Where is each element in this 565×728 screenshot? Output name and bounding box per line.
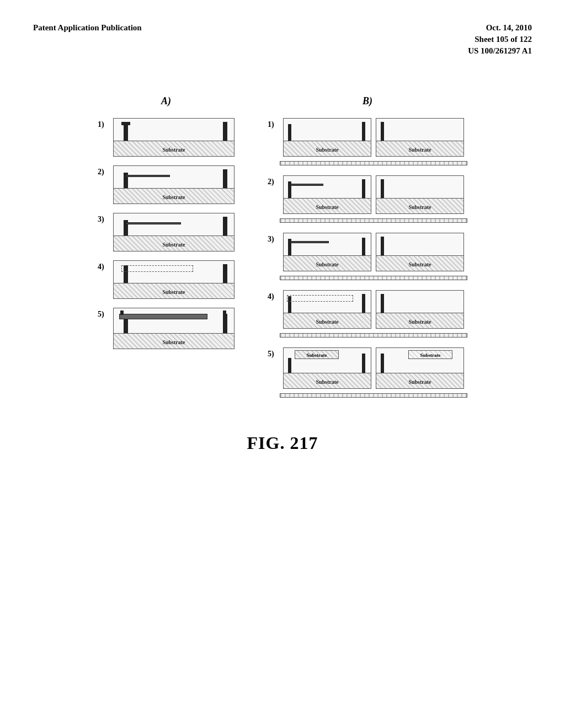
step-b4-row: 4) Substrate Substrate: [268, 290, 467, 329]
diagram-a5: Substrate: [113, 308, 234, 349]
step-a3-number: 3): [98, 213, 110, 224]
p-b5l-2: [362, 354, 365, 373]
p-b5r-1: [381, 354, 384, 373]
pillar-a1-top-left: [121, 122, 130, 125]
step-a2-row: 2) Substrate: [98, 165, 234, 204]
p-b4r-1: [381, 294, 384, 314]
header-left: Patent Application Publication: [33, 22, 142, 34]
sub-b3-left-label: Substrate: [316, 261, 338, 267]
diagram-b3-left: Substrate: [283, 233, 371, 271]
substrate-a4: Substrate: [114, 283, 234, 298]
step-b1-number: 1): [268, 118, 280, 129]
sub-b1-right: Substrate: [376, 141, 463, 156]
page-header: Patent Application Publication Oct. 14, …: [0, 0, 565, 68]
diagram-a2: Substrate: [113, 165, 234, 204]
column-a: A) 1) Substrate 2): [98, 95, 234, 400]
step-b2-number: 2): [268, 175, 280, 186]
floating-sub-b5r-label: Substrate: [420, 352, 440, 358]
p-b2l-2: [362, 179, 365, 199]
step-b5-number: 5): [268, 347, 280, 358]
publication-date: Oct. 14, 2010: [468, 22, 532, 34]
header-right: Oct. 14, 2010 Sheet 105 of 122 US 100/26…: [468, 22, 532, 57]
diagram-b4-right: Substrate: [376, 290, 464, 329]
layer-a2-h: [126, 175, 170, 177]
substrate-a5-label: Substrate: [162, 339, 185, 345]
sub-b5-left-label: Substrate: [316, 379, 338, 385]
sub-b2-right: Substrate: [376, 198, 463, 213]
p-b2r-1: [381, 179, 384, 199]
layer-b4l-dashed: [287, 295, 353, 302]
b1-wide-line: [280, 161, 467, 165]
publication-title: Patent Application Publication: [33, 22, 142, 34]
step-a1-number: 1): [98, 118, 110, 129]
pillar-a2-right: [223, 169, 227, 189]
layer-a3-h: [126, 222, 181, 224]
floating-sub-b5l-label: Substrate: [306, 352, 327, 358]
b5-pair: Substrate Substrate Substrate Su: [283, 347, 464, 389]
floating-sub-b5l: Substrate: [295, 350, 339, 359]
substrate-a2-label: Substrate: [162, 194, 185, 200]
diagram-b3-right: Substrate: [376, 233, 464, 271]
sub-b1-left-label: Substrate: [316, 147, 338, 153]
sub-b4-right-label: Substrate: [408, 319, 431, 325]
step-a5-row: 5) Substrate: [98, 308, 234, 349]
step-b5-row: 5) Substrate Substrate: [268, 347, 467, 389]
step-a4-number: 4): [98, 260, 110, 271]
layer-a5-top: [119, 314, 207, 319]
pillar-a4-right: [223, 264, 227, 284]
layer-b3l: [290, 241, 329, 243]
diagram-b1-right: Substrate: [376, 118, 464, 157]
p-b1l-2: [362, 122, 365, 142]
b3-pair: Substrate Substrate: [283, 233, 464, 271]
sub-b5-right: Substrate: [376, 373, 463, 388]
step-b4-number: 4): [268, 290, 280, 301]
p-b4l-2: [362, 294, 365, 314]
diagram-b5-right: Substrate Substrate: [376, 347, 464, 389]
sub-b2-left-label: Substrate: [316, 204, 338, 210]
diagram-b2-left: Substrate: [283, 175, 371, 214]
layer-a4-dashed: [121, 265, 193, 272]
substrate-a4-label: Substrate: [162, 289, 185, 295]
sub-b3-right-label: Substrate: [408, 261, 431, 267]
diagram-b4-left: Substrate: [283, 290, 371, 329]
sub-b4-left-label: Substrate: [316, 319, 338, 325]
b5-wide-line: [280, 393, 467, 398]
sub-b2-left: Substrate: [284, 198, 371, 213]
main-content: A) 1) Substrate 2): [0, 68, 565, 470]
sub-b4-right: Substrate: [376, 313, 463, 328]
p-b1l-1: [288, 124, 291, 142]
pillar-a5-top1: [120, 311, 124, 315]
pillar-a5-right: [223, 314, 227, 334]
diagram-a3: Substrate: [113, 213, 234, 251]
substrate-a3-label: Substrate: [162, 242, 185, 248]
pillar-a5-top2: [223, 311, 226, 315]
diagram-container: A) 1) Substrate 2): [33, 95, 532, 400]
step-a5-number: 5): [98, 308, 110, 319]
sheet-info: Sheet 105 of 122: [468, 34, 532, 45]
floating-sub-b5r: Substrate: [408, 350, 452, 359]
b3-wide-line: [280, 276, 467, 280]
step-b3-row: 3) Substrate Substrate: [268, 233, 467, 271]
step-a3-row: 3) Substrate: [98, 213, 234, 251]
column-b: B) 1) Substrate: [268, 95, 467, 400]
step-b3-number: 3): [268, 233, 280, 244]
step-a1-row: 1) Substrate: [98, 118, 234, 157]
substrate-a5: Substrate: [114, 333, 234, 349]
step-a4-row: 4) Substrate: [98, 260, 234, 299]
sub-b3-left: Substrate: [284, 255, 371, 271]
step-a2-number: 2): [98, 165, 110, 176]
p-b3r-1: [381, 237, 384, 256]
pillar-a1-left: [124, 124, 128, 142]
b2-pair: Substrate Substrate: [283, 175, 464, 214]
sub-b1-right-label: Substrate: [408, 147, 431, 153]
substrate-a1-label: Substrate: [162, 147, 185, 153]
b4-pair: Substrate Substrate: [283, 290, 464, 329]
sub-b2-right-label: Substrate: [408, 204, 431, 210]
diagram-a1: Substrate: [113, 118, 234, 157]
pillar-a5-left: [124, 318, 128, 334]
substrate-a2: Substrate: [114, 188, 234, 204]
diagram-b5-left: Substrate Substrate: [283, 347, 371, 389]
substrate-a1: Substrate: [114, 141, 234, 156]
diagram-b1-left: Substrate: [283, 118, 371, 157]
step-b2-row: 2) Substrate Substrate: [268, 175, 467, 214]
